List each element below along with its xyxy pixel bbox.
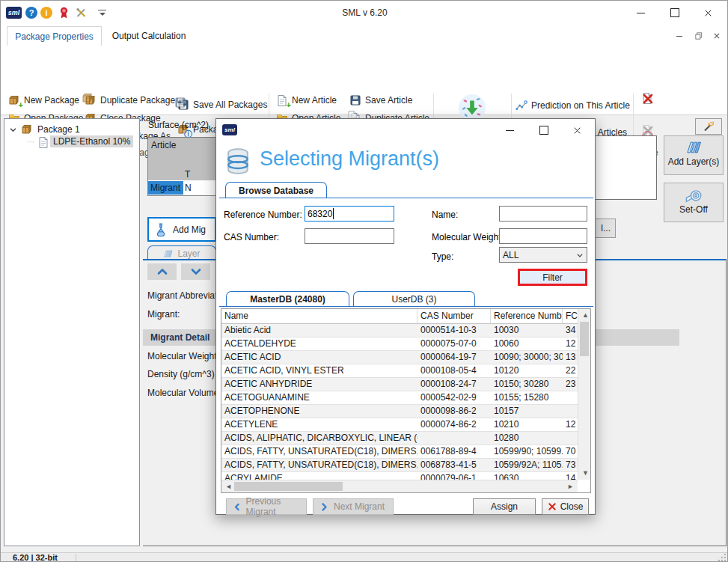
table-row[interactable]: ACETALDEHYDE0000075-07-01006012 <box>221 337 578 351</box>
prediction-this-article-button[interactable]: Prediction on This Article <box>516 99 630 112</box>
horizontal-scrollbar[interactable]: ◄ ► <box>221 480 578 492</box>
column-header-cas[interactable]: CAS Number <box>417 309 491 323</box>
table-row[interactable]: Abietic Acid0000514-10-31003034 <box>221 324 578 337</box>
filter-button[interactable]: Filter <box>518 269 587 286</box>
previous-migrant-button[interactable]: Previous Migrant <box>226 498 307 515</box>
column-header-reference[interactable]: Reference Number <box>491 309 563 323</box>
package-icon: + <box>8 94 20 106</box>
vertical-scrollbar[interactable]: ▲ ▼ <box>578 309 590 480</box>
red-x-icon <box>548 502 557 511</box>
close-file-button[interactable] <box>641 92 653 104</box>
scroll-up-icon[interactable]: ▲ <box>582 312 589 319</box>
dialog-minimize-button[interactable] <box>493 119 527 141</box>
save-article-button[interactable]: Save Article <box>349 94 412 107</box>
table-row[interactable]: ACETIC ACID, VINYL ESTER0000108-05-41012… <box>221 364 578 378</box>
table-row[interactable]: ACETIC ACID0000064-19-710090; 30000; 30.… <box>221 351 578 364</box>
save-all-packages-button[interactable]: Save All Packages <box>177 98 267 112</box>
article-grid: Article T Migrant 1 N <box>147 137 217 196</box>
assign-button[interactable]: Assign <box>473 498 536 515</box>
close-dialog-button[interactable]: Close <box>542 498 589 515</box>
table-row[interactable]: ACETOGUANAMINE0000542-02-910155; 15280 <box>221 391 578 405</box>
dialog-maximize-button[interactable] <box>527 119 560 141</box>
new-package-button[interactable]: +New Package <box>8 94 79 107</box>
application-window: sml ? i SML v 6.20 Package Properties Ou… <box>0 0 728 562</box>
add-migrant-button[interactable]: Add Mig <box>147 217 216 242</box>
table-row[interactable]: ACETIC ANHYDRIDE0000108-24-710150; 30280… <box>221 378 578 391</box>
package-icon <box>21 123 34 135</box>
table-row[interactable]: ACETYLENE0000074-86-21021012 <box>221 418 578 432</box>
ribbon: +New Package Open Package Save Package D… <box>1 46 728 115</box>
add-layers-button[interactable]: Add Layer(s) <box>664 135 724 175</box>
status-separator <box>76 554 76 562</box>
scroll-down-icon[interactable]: ▼ <box>582 470 589 477</box>
close-button[interactable] <box>691 1 725 25</box>
column-header-fc[interactable]: FC <box>563 309 578 323</box>
tab-masterdb[interactable]: MasterDB (24080) <box>226 291 349 306</box>
tab-underline <box>219 306 593 307</box>
tab-userdb[interactable]: UserDB (3) <box>353 291 475 306</box>
tab-output-calculation[interactable]: Output Calculation <box>104 26 194 46</box>
molecular-volume-label: Molecular Volume <box>147 388 218 398</box>
mdi-restore-button[interactable] <box>692 29 706 43</box>
column-header-name[interactable]: Name <box>221 309 417 323</box>
duplicate-package-button[interactable]: Duplicate Package <box>85 94 175 107</box>
next-migrant-button[interactable]: Next Migrant <box>313 498 394 515</box>
button-label: l... <box>601 223 611 233</box>
migrant-details-header-label: Migrant Detail <box>150 332 209 343</box>
scrollbar-thumb[interactable] <box>580 322 589 356</box>
table-row[interactable]: ACRYLAMIDE0000079-06-11063014 <box>221 472 578 480</box>
save-all-icon <box>177 99 189 111</box>
button-label: Assign <box>491 501 518 512</box>
dialog-title-bar[interactable]: sml <box>216 119 595 141</box>
layer-tab[interactable]: Layer <box>147 245 216 260</box>
tab-package-properties[interactable]: Package Properties <box>7 26 102 46</box>
scroll-left-icon[interactable]: ◄ <box>225 483 232 490</box>
wizard-button[interactable] <box>695 118 722 135</box>
molecular-weight-label: Molecular Weight: <box>432 232 504 242</box>
scroll-right-icon[interactable]: ► <box>567 483 574 490</box>
tree-item-label: LDPE-Ethanol 10% <box>50 135 133 147</box>
table-row[interactable]: ACIDS, FATTY, UNSATURATED(C18), DIMERS, … <box>221 445 578 459</box>
grid-clipped-cell: T <box>185 169 190 180</box>
mdi-close-button[interactable] <box>710 29 724 43</box>
table-header-row: Name CAS Number Reference Number FC <box>221 309 578 324</box>
button-label: Filter <box>542 272 563 283</box>
cas-number-input[interactable] <box>305 228 394 244</box>
tree-item-layer[interactable]: ··· LDPE-Ethanol 10% <box>27 135 133 147</box>
resize-grip-icon[interactable] <box>718 554 727 562</box>
chevron-right-icon <box>319 502 329 512</box>
tab-label: MasterDB (24080) <box>250 294 325 305</box>
grid-article-label: Article <box>151 140 176 150</box>
grid-clipped-cell: N <box>185 183 192 193</box>
move-down-button[interactable] <box>181 263 210 280</box>
tab-underline <box>219 198 593 198</box>
migrant-row-selected[interactable]: Migrant 1 <box>148 181 183 195</box>
button-label: New Article <box>292 95 337 106</box>
move-up-button[interactable] <box>147 263 177 280</box>
table-row[interactable]: ACETOPHENONE0000098-86-210157 <box>221 405 578 418</box>
type-select[interactable]: ALL <box>499 247 587 263</box>
minimize-button[interactable] <box>624 1 658 25</box>
table-body: Abietic Acid0000514-10-31003034 ACETALDE… <box>221 324 578 480</box>
table-row[interactable]: ACIDS, ALIPHATIC, DICARBOXYLIC, LINEAR (… <box>221 432 578 445</box>
molecular-weight-input[interactable] <box>499 228 587 244</box>
migrant-table: Name CAS Number Reference Number FC Abie… <box>221 308 591 493</box>
set-off-button[interactable]: Set-Off <box>664 183 724 222</box>
tree-item-package[interactable]: Package 1 <box>9 123 80 135</box>
new-article-button[interactable]: +New Article <box>276 94 337 107</box>
dialog-close-button[interactable] <box>560 119 594 141</box>
maximize-button[interactable] <box>658 1 691 25</box>
status-bar: 6.20 | 32-bit <box>1 552 728 562</box>
mdi-minimize-button[interactable] <box>673 29 686 43</box>
table-row[interactable]: ACIDS, FATTY, UNSATURATED(C18), DIMERS, … <box>221 459 578 472</box>
tab-browse-database[interactable]: Browse Database <box>225 182 327 198</box>
density-label: Density (g/cm^3) <box>147 369 215 379</box>
button-label: Next Migrant <box>334 501 385 512</box>
scrollbar-thumb[interactable] <box>234 482 343 491</box>
name-input[interactable] <box>499 206 587 222</box>
layers-icon <box>685 140 703 155</box>
type-label: Type: <box>432 251 453 262</box>
package-tree-panel: Package 1 ··· LDPE-Ethanol 10% <box>4 118 140 546</box>
tree-expander-icon[interactable] <box>9 126 17 134</box>
reference-number-input[interactable] <box>305 206 394 222</box>
